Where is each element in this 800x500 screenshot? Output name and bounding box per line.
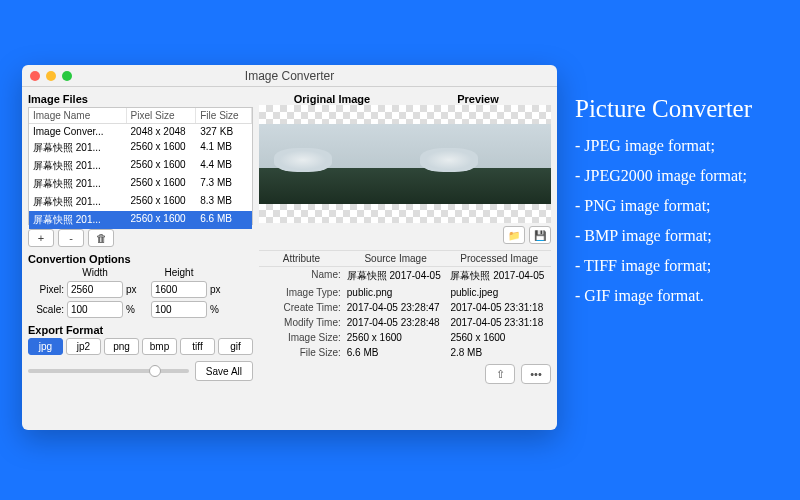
col-file-size[interactable]: File Size [196,108,252,123]
open-folder-button[interactable]: 📁 [503,226,525,244]
pct-unit: % [210,304,232,315]
format-png[interactable]: png [104,338,139,355]
table-row[interactable]: 屏幕快照 201...2560 x 16008.3 MB [29,193,252,211]
attr-row: Create Time:2017-04-05 23:28:472017-04-0… [259,300,551,315]
col-pixel-size[interactable]: Pixel Size [127,108,197,123]
feature-item: - JPEG image format; [575,137,752,155]
pct-unit: % [126,304,148,315]
attr-row: Modify Time:2017-04-05 23:28:482017-04-0… [259,315,551,330]
format-jpg[interactable]: jpg [28,338,63,355]
original-image-label: Original Image [259,93,405,105]
scale-label: Scale: [28,304,64,315]
col-image-name[interactable]: Image Name [29,108,127,123]
trash-icon: 🗑 [96,232,107,244]
feature-item: - TIFF image format; [575,257,752,275]
marketing-panel: Picture Converter - JPEG image format; -… [575,95,752,317]
attr-row: File Size:6.6 MB2.8 MB [259,345,551,360]
attr-row: Name:屏幕快照 2017-04-05 屏幕快照 2017-04-05 [259,267,551,285]
remove-button[interactable]: - [58,229,84,247]
col-attribute: Attribute [259,251,344,267]
image-files-label: Image Files [28,93,253,105]
attr-row: Image Type:public.pngpublic.jpeg [259,285,551,300]
attr-row: Image Size:2560 x 16002560 x 1600 [259,330,551,345]
feature-item: - PNG image format; [575,197,752,215]
col-processed: Processed Image [447,251,551,267]
format-bmp[interactable]: bmp [142,338,177,355]
table-row[interactable]: 屏幕快照 201...2560 x 16007.3 MB [29,175,252,193]
save-icon: 💾 [534,230,546,241]
width-pct-input[interactable] [67,301,123,318]
more-icon: ••• [530,368,542,380]
attribute-table: Attribute Source Image Processed Image N… [259,250,551,360]
table-row[interactable]: 屏幕快照 201...2560 x 16006.6 MB [29,211,252,229]
marketing-title: Picture Converter [575,95,752,123]
share-icon: ⇧ [496,368,505,381]
width-header: Width [67,267,123,278]
pixel-label: Pixel: [28,284,64,295]
height-header: Height [151,267,207,278]
original-image [259,105,405,223]
window-title: Image Converter [22,69,557,83]
close-icon[interactable] [30,71,40,81]
format-jp2[interactable]: jp2 [66,338,101,355]
table-row[interactable]: 屏幕快照 201...2560 x 16004.4 MB [29,157,252,175]
height-px-input[interactable] [151,281,207,298]
folder-icon: 📁 [508,230,520,241]
save-image-button[interactable]: 💾 [529,226,551,244]
feature-item: - JPEG2000 image format; [575,167,752,185]
minimize-icon[interactable] [46,71,56,81]
conversion-options-label: Convertion Options [28,253,253,265]
file-table: Image Name Pixel Size File Size Image Co… [28,107,253,225]
slider-thumb[interactable] [149,365,161,377]
save-all-button[interactable]: Save All [195,361,253,381]
table-row[interactable]: Image Conver...2048 x 2048327 KB [29,124,252,139]
more-button[interactable]: ••• [521,364,551,384]
export-format-label: Export Format [28,324,253,336]
quality-slider[interactable] [28,369,189,373]
share-button[interactable]: ⇧ [485,364,515,384]
table-row[interactable]: 屏幕快照 201...2560 x 16004.1 MB [29,139,252,157]
add-button[interactable]: + [28,229,54,247]
height-pct-input[interactable] [151,301,207,318]
maximize-icon[interactable] [62,71,72,81]
titlebar: Image Converter [22,65,557,87]
col-source: Source Image [344,251,448,267]
preview-label: Preview [405,93,551,105]
feature-item: - GIF image format. [575,287,752,305]
format-tiff[interactable]: tiff [180,338,215,355]
px-unit: px [126,284,148,295]
feature-item: - BMP image format; [575,227,752,245]
format-gif[interactable]: gif [218,338,253,355]
image-preview-area [259,105,551,223]
px-unit: px [210,284,232,295]
preview-image [405,105,551,223]
trash-button[interactable]: 🗑 [88,229,114,247]
width-px-input[interactable] [67,281,123,298]
app-window: Image Converter Image Files Image Name P… [22,65,557,430]
